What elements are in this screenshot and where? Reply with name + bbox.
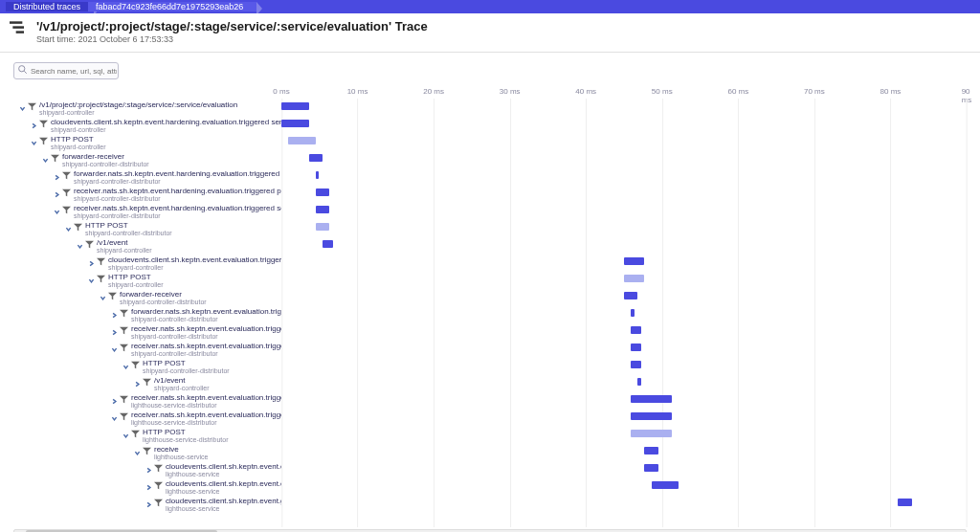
- breadcrumb-trace-id[interactable]: fabacd74c923fe66dd7e1975293eab26: [88, 2, 256, 11]
- timing-bar[interactable]: [323, 240, 333, 248]
- filter-icon[interactable]: [51, 154, 59, 163]
- breadcrumb-root[interactable]: Distributed traces: [6, 2, 94, 11]
- timing-bar[interactable]: [631, 344, 641, 351]
- timing-bar[interactable]: [652, 481, 679, 489]
- trace-row[interactable]: cloudevents.client.sh.keptn.event.evalua…: [13, 479, 281, 497]
- trace-row[interactable]: /v1/event shipyard-controller: [13, 376, 281, 393]
- trace-row[interactable]: receiver.nats.sh.keptn.event.hardening.e…: [13, 187, 281, 204]
- trace-row[interactable]: receiver.nats.sh.keptn.event.evaluation.…: [13, 410, 281, 428]
- filter-icon[interactable]: [143, 378, 151, 387]
- timing-bar[interactable]: [631, 326, 641, 334]
- chevron-down-icon[interactable]: [42, 155, 49, 162]
- filter-icon[interactable]: [39, 120, 48, 128]
- chevron-down-icon[interactable]: [122, 431, 129, 437]
- chevron-down-icon[interactable]: [19, 103, 26, 110]
- chevron-down-icon[interactable]: [54, 172, 60, 179]
- timing-bar[interactable]: [644, 464, 657, 472]
- chevron-down-icon[interactable]: [54, 189, 60, 196]
- trace-row[interactable]: /v1/event shipyard-controller: [13, 238, 281, 255]
- filter-icon[interactable]: [131, 430, 140, 438]
- chevron-down-icon[interactable]: [134, 379, 141, 386]
- search-input[interactable]: [31, 67, 117, 76]
- trace-row[interactable]: cloudevents.client.sh.keptn.event.evalua…: [13, 462, 281, 479]
- filter-icon[interactable]: [120, 309, 128, 318]
- chevron-down-icon[interactable]: [134, 448, 141, 454]
- chevron-down-icon[interactable]: [31, 121, 37, 127]
- timing-bar[interactable]: [309, 154, 323, 162]
- chevron-down-icon[interactable]: [54, 207, 60, 213]
- chevron-down-icon[interactable]: [100, 293, 106, 299]
- filter-icon[interactable]: [74, 223, 82, 232]
- filter-icon[interactable]: [62, 171, 71, 180]
- chevron-down-icon[interactable]: [145, 499, 152, 506]
- trace-row[interactable]: HTTP POST shipyard-controller: [13, 273, 281, 290]
- timing-bar[interactable]: [281, 102, 309, 110]
- filter-icon[interactable]: [108, 292, 117, 300]
- chevron-down-icon[interactable]: [88, 276, 95, 282]
- timing-bar[interactable]: [316, 188, 329, 196]
- timing-bar[interactable]: [624, 292, 637, 299]
- chevron-down-icon[interactable]: [77, 241, 83, 248]
- trace-row[interactable]: HTTP POST shipyard-controller: [13, 135, 281, 152]
- timing-bar[interactable]: [631, 361, 641, 368]
- trace-row[interactable]: cloudevents.client.sh.keptn.event.harden…: [13, 118, 281, 135]
- filter-icon[interactable]: [85, 240, 94, 249]
- timing-bar[interactable]: [631, 430, 672, 437]
- timing-bar[interactable]: [631, 395, 672, 403]
- chevron-down-icon[interactable]: [88, 258, 95, 265]
- trace-row[interactable]: forwarder-receiver shipyard-controller-d…: [13, 290, 281, 307]
- trace-row[interactable]: receiver.nats.sh.keptn.event.evaluation.…: [13, 324, 281, 342]
- timing-bar[interactable]: [624, 257, 644, 265]
- timing-bar[interactable]: [631, 309, 635, 317]
- timing-bar[interactable]: [316, 171, 320, 179]
- filter-icon[interactable]: [120, 412, 128, 421]
- trace-row[interactable]: /v1/project/:project/stage/:stage/servic…: [13, 100, 281, 118]
- trace-row[interactable]: HTTP POST shipyard-controller-distributo…: [13, 359, 281, 376]
- filter-icon[interactable]: [154, 464, 163, 473]
- chevron-down-icon[interactable]: [122, 362, 129, 368]
- timing-bar[interactable]: [624, 275, 644, 282]
- timing-bar[interactable]: [631, 412, 672, 420]
- timing-bar[interactable]: [898, 499, 911, 506]
- filter-icon[interactable]: [120, 344, 128, 352]
- trace-row[interactable]: forwarder.nats.sh.keptn.event.hardening.…: [13, 169, 281, 187]
- chevron-down-icon[interactable]: [65, 224, 72, 231]
- chevron-down-icon[interactable]: [31, 138, 37, 144]
- timing-bar[interactable]: [316, 223, 329, 231]
- filter-icon[interactable]: [97, 275, 105, 283]
- filter-icon[interactable]: [120, 326, 128, 335]
- chevron-down-icon[interactable]: [145, 465, 152, 472]
- timing-bar[interactable]: [288, 137, 316, 144]
- filter-icon[interactable]: [39, 137, 48, 145]
- filter-icon[interactable]: [154, 499, 163, 507]
- filter-icon[interactable]: [143, 447, 151, 455]
- filter-icon[interactable]: [28, 102, 36, 111]
- search-input-wrapper[interactable]: [13, 62, 119, 79]
- trace-row[interactable]: forwarder-receiver shipyard-controller-d…: [13, 152, 281, 169]
- filter-icon[interactable]: [97, 257, 105, 266]
- filter-icon[interactable]: [154, 481, 163, 490]
- filter-icon[interactable]: [131, 361, 140, 369]
- filter-icon[interactable]: [120, 395, 128, 404]
- chevron-down-icon[interactable]: [111, 327, 118, 334]
- timing-bar[interactable]: [281, 120, 309, 127]
- filter-icon[interactable]: [62, 188, 71, 197]
- trace-row[interactable]: receiver.nats.sh.keptn.event.hardening.e…: [13, 204, 281, 221]
- trace-row[interactable]: cloudevents.client.sh.keptn.event.get-sl…: [13, 497, 281, 514]
- chevron-down-icon[interactable]: [111, 310, 118, 317]
- timing-bar[interactable]: [637, 378, 641, 386]
- timing-bar[interactable]: [644, 447, 657, 454]
- trace-row[interactable]: HTTP POST lighthouse-service-distributor: [13, 428, 281, 445]
- chevron-down-icon[interactable]: [111, 344, 118, 351]
- trace-row[interactable]: receive lighthouse-service: [13, 445, 281, 462]
- chevron-down-icon[interactable]: [145, 482, 152, 489]
- trace-row[interactable]: HTTP POST shipyard-controller-distributo…: [13, 221, 281, 238]
- trace-row[interactable]: forwarder.nats.sh.keptn.event.evaluation…: [13, 307, 281, 324]
- trace-row[interactable]: cloudevents.client.sh.keptn.event.evalua…: [13, 255, 281, 273]
- chevron-down-icon[interactable]: [111, 396, 118, 403]
- timing-bar[interactable]: [316, 206, 329, 213]
- filter-icon[interactable]: [62, 206, 71, 214]
- trace-row[interactable]: receiver.nats.sh.keptn.event.evaluation.…: [13, 342, 281, 359]
- chevron-down-icon[interactable]: [111, 413, 118, 420]
- trace-row[interactable]: receiver.nats.sh.keptn.event.evaluation.…: [13, 393, 281, 410]
